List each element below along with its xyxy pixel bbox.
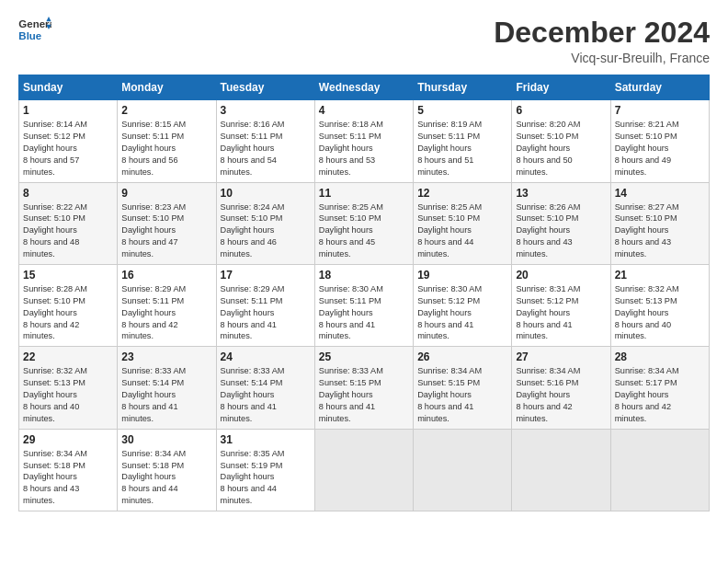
table-row: 25 Sunrise: 8:33 AM Sunset: 5:15 PM Dayl…: [314, 347, 413, 429]
location: Vicq-sur-Breuilh, France: [494, 51, 710, 65]
table-row: 5 Sunrise: 8:19 AM Sunset: 5:11 PM Dayli…: [414, 100, 512, 182]
title-block: December 2024 Vicq-sur-Breuilh, France: [494, 17, 710, 65]
table-row: 15 Sunrise: 8:28 AM Sunset: 5:10 PM Dayl…: [19, 264, 118, 346]
day-number: 16: [121, 269, 211, 282]
day-info: Sunrise: 8:18 AM Sunset: 5:11 PM Dayligh…: [319, 119, 409, 178]
day-number: 14: [615, 187, 705, 200]
col-tuesday: Tuesday: [216, 75, 314, 100]
svg-text:General: General: [18, 18, 51, 29]
calendar-header-row: Sunday Monday Tuesday Wednesday Thursday…: [19, 75, 710, 100]
day-info: Sunrise: 8:32 AM Sunset: 5:13 PM Dayligh…: [615, 283, 705, 342]
table-row: 24 Sunrise: 8:33 AM Sunset: 5:14 PM Dayl…: [216, 347, 314, 429]
table-row: 26 Sunrise: 8:34 AM Sunset: 5:15 PM Dayl…: [414, 347, 512, 429]
day-info: Sunrise: 8:24 AM Sunset: 5:10 PM Dayligh…: [221, 201, 311, 260]
day-info: Sunrise: 8:33 AM Sunset: 5:15 PM Dayligh…: [319, 365, 409, 424]
day-number: 10: [221, 187, 311, 200]
col-friday: Friday: [512, 75, 610, 100]
day-number: 28: [615, 350, 705, 363]
table-row: 11 Sunrise: 8:25 AM Sunset: 5:10 PM Dayl…: [314, 182, 413, 264]
day-number: 23: [121, 350, 211, 363]
col-wednesday: Wednesday: [314, 75, 413, 100]
day-number: 7: [615, 104, 705, 117]
day-info: Sunrise: 8:34 AM Sunset: 5:15 PM Dayligh…: [417, 365, 507, 424]
day-number: 26: [417, 350, 507, 363]
day-number: 27: [516, 350, 606, 363]
day-info: Sunrise: 8:22 AM Sunset: 5:10 PM Dayligh…: [23, 201, 113, 260]
table-row: 30 Sunrise: 8:34 AM Sunset: 5:18 PM Dayl…: [118, 429, 216, 511]
day-info: Sunrise: 8:30 AM Sunset: 5:11 PM Dayligh…: [319, 283, 409, 342]
day-info: Sunrise: 8:25 AM Sunset: 5:10 PM Dayligh…: [319, 201, 409, 260]
table-row: 14 Sunrise: 8:27 AM Sunset: 5:10 PM Dayl…: [610, 182, 709, 264]
col-monday: Monday: [118, 75, 216, 100]
table-row: 12 Sunrise: 8:25 AM Sunset: 5:10 PM Dayl…: [414, 182, 512, 264]
day-number: 4: [319, 104, 409, 117]
day-number: 30: [121, 433, 211, 446]
table-row: 18 Sunrise: 8:30 AM Sunset: 5:11 PM Dayl…: [314, 264, 413, 346]
day-info: Sunrise: 8:34 AM Sunset: 5:18 PM Dayligh…: [23, 448, 113, 507]
calendar-week-row: 22 Sunrise: 8:32 AM Sunset: 5:13 PM Dayl…: [19, 347, 710, 429]
table-row: [610, 429, 709, 511]
day-info: Sunrise: 8:29 AM Sunset: 5:11 PM Dayligh…: [221, 283, 311, 342]
table-row: 10 Sunrise: 8:24 AM Sunset: 5:10 PM Dayl…: [216, 182, 314, 264]
day-info: Sunrise: 8:20 AM Sunset: 5:10 PM Dayligh…: [516, 119, 606, 178]
day-number: 2: [121, 104, 211, 117]
day-number: 17: [221, 269, 311, 282]
table-row: 31 Sunrise: 8:35 AM Sunset: 5:19 PM Dayl…: [216, 429, 314, 511]
day-info: Sunrise: 8:14 AM Sunset: 5:12 PM Dayligh…: [23, 119, 113, 178]
svg-text:Blue: Blue: [18, 30, 41, 41]
day-info: Sunrise: 8:26 AM Sunset: 5:10 PM Dayligh…: [516, 201, 606, 260]
table-row: 16 Sunrise: 8:29 AM Sunset: 5:11 PM Dayl…: [118, 264, 216, 346]
day-info: Sunrise: 8:34 AM Sunset: 5:18 PM Dayligh…: [121, 448, 211, 507]
table-row: 4 Sunrise: 8:18 AM Sunset: 5:11 PM Dayli…: [314, 100, 413, 182]
calendar-week-row: 1 Sunrise: 8:14 AM Sunset: 5:12 PM Dayli…: [19, 100, 710, 182]
table-row: 29 Sunrise: 8:34 AM Sunset: 5:18 PM Dayl…: [19, 429, 118, 511]
day-number: 20: [516, 269, 606, 282]
day-number: 5: [417, 104, 507, 117]
day-number: 12: [417, 187, 507, 200]
day-number: 21: [615, 269, 705, 282]
day-number: 13: [516, 187, 606, 200]
day-number: 22: [23, 350, 113, 363]
header: General Blue December 2024 Vicq-sur-Breu…: [18, 17, 710, 65]
day-info: Sunrise: 8:33 AM Sunset: 5:14 PM Dayligh…: [121, 365, 211, 424]
day-number: 18: [319, 269, 409, 282]
logo: General Blue: [18, 17, 51, 44]
day-number: 1: [23, 104, 113, 117]
day-info: Sunrise: 8:15 AM Sunset: 5:11 PM Dayligh…: [121, 119, 211, 178]
table-row: 13 Sunrise: 8:26 AM Sunset: 5:10 PM Dayl…: [512, 182, 610, 264]
day-info: Sunrise: 8:19 AM Sunset: 5:11 PM Dayligh…: [417, 119, 507, 178]
day-info: Sunrise: 8:21 AM Sunset: 5:10 PM Dayligh…: [615, 119, 705, 178]
table-row: 20 Sunrise: 8:31 AM Sunset: 5:12 PM Dayl…: [512, 264, 610, 346]
day-info: Sunrise: 8:32 AM Sunset: 5:13 PM Dayligh…: [23, 365, 113, 424]
table-row: [512, 429, 610, 511]
table-row: [314, 429, 413, 511]
calendar-week-row: 8 Sunrise: 8:22 AM Sunset: 5:10 PM Dayli…: [19, 182, 710, 264]
table-row: 22 Sunrise: 8:32 AM Sunset: 5:13 PM Dayl…: [19, 347, 118, 429]
day-number: 31: [221, 433, 311, 446]
day-info: Sunrise: 8:27 AM Sunset: 5:10 PM Dayligh…: [615, 201, 705, 260]
day-number: 25: [319, 350, 409, 363]
day-info: Sunrise: 8:31 AM Sunset: 5:12 PM Dayligh…: [516, 283, 606, 342]
day-info: Sunrise: 8:23 AM Sunset: 5:10 PM Dayligh…: [121, 201, 211, 260]
day-info: Sunrise: 8:34 AM Sunset: 5:16 PM Dayligh…: [516, 365, 606, 424]
col-saturday: Saturday: [610, 75, 709, 100]
table-row: 21 Sunrise: 8:32 AM Sunset: 5:13 PM Dayl…: [610, 264, 709, 346]
table-row: 9 Sunrise: 8:23 AM Sunset: 5:10 PM Dayli…: [118, 182, 216, 264]
col-sunday: Sunday: [19, 75, 118, 100]
day-number: 29: [23, 433, 113, 446]
day-number: 11: [319, 187, 409, 200]
day-number: 3: [221, 104, 311, 117]
day-info: Sunrise: 8:33 AM Sunset: 5:14 PM Dayligh…: [221, 365, 311, 424]
table-row: 23 Sunrise: 8:33 AM Sunset: 5:14 PM Dayl…: [118, 347, 216, 429]
month-title: December 2024: [494, 17, 710, 49]
table-row: 27 Sunrise: 8:34 AM Sunset: 5:16 PM Dayl…: [512, 347, 610, 429]
table-row: 7 Sunrise: 8:21 AM Sunset: 5:10 PM Dayli…: [610, 100, 709, 182]
table-row: 1 Sunrise: 8:14 AM Sunset: 5:12 PM Dayli…: [19, 100, 118, 182]
table-row: 8 Sunrise: 8:22 AM Sunset: 5:10 PM Dayli…: [19, 182, 118, 264]
page: General Blue December 2024 Vicq-sur-Breu…: [0, 0, 728, 563]
day-info: Sunrise: 8:28 AM Sunset: 5:10 PM Dayligh…: [23, 283, 113, 342]
table-row: 17 Sunrise: 8:29 AM Sunset: 5:11 PM Dayl…: [216, 264, 314, 346]
day-info: Sunrise: 8:25 AM Sunset: 5:10 PM Dayligh…: [417, 201, 507, 260]
calendar-week-row: 29 Sunrise: 8:34 AM Sunset: 5:18 PM Dayl…: [19, 429, 710, 511]
table-row: 19 Sunrise: 8:30 AM Sunset: 5:12 PM Dayl…: [414, 264, 512, 346]
